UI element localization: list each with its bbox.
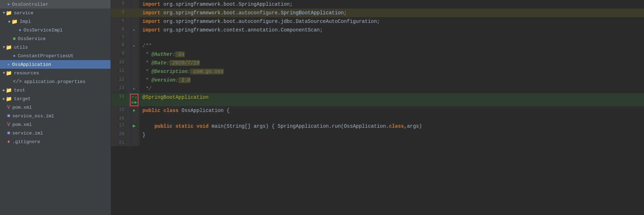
sidebar-item-service-iml[interactable]: ■service.iml [0, 129, 111, 137]
code-line-11: 11 * @Description: com.gs.oss [111, 67, 644, 76]
sidebar-label-service: service [14, 10, 34, 16]
line-number-8: 8 [111, 41, 129, 50]
sidebar-label-oss-service-impl: OssServiceImpl [24, 28, 63, 33]
code-table: 3import org.springframework.boot.SpringA… [111, 0, 644, 146]
folder-arrow-service[interactable]: ▼ [3, 11, 5, 15]
code-line-3: 3import org.springframework.boot.SpringA… [111, 0, 644, 9]
sidebar-label-target: target [14, 96, 31, 102]
file-icon-utils: 📁 [6, 44, 12, 50]
code-line-13: 13▶ */ [111, 84, 644, 93]
gutter-14[interactable]: ➚ ♫ ⚙ ▶ [129, 93, 140, 106]
line-content-7[interactable] [140, 34, 644, 41]
line-number-5: 5 [111, 17, 129, 26]
fold-icon[interactable]: ▶ [133, 87, 135, 91]
line-content-21[interactable] [140, 139, 644, 146]
sidebar-label-resources: resources [14, 70, 39, 76]
sidebar-item-application-properties[interactable]: </>application.properties [0, 77, 111, 86]
line-number-20: 20 [111, 131, 129, 139]
sidebar-item-oss-service[interactable]: ■OssService [0, 34, 111, 43]
line-content-15[interactable]: public class OssApplication { [140, 106, 644, 115]
file-icon-service: 📁 [6, 10, 12, 16]
line-number-16: 16 [111, 115, 129, 122]
fold-icon[interactable]: ▶ [133, 44, 135, 48]
code-editor[interactable]: 3import org.springframework.boot.SpringA… [111, 0, 644, 215]
sidebar-item-gitignore[interactable]: ♦.gitignore [0, 137, 111, 146]
file-icon-pom-xml-1: V [7, 104, 10, 110]
fold-icon[interactable]: ▶ [133, 28, 135, 32]
sidebar-item-oss-application[interactable]: ●OssApplication [0, 60, 111, 69]
project-sidebar[interactable]: ●OssController▼📁service▶📁Impl●OssService… [0, 0, 111, 215]
line-number-13: 13 [111, 84, 129, 93]
folder-arrow-test[interactable]: ▶ [3, 88, 5, 92]
gutter-17[interactable]: ▶ [129, 122, 140, 131]
line-content-4[interactable]: import org.springframework.boot.autoconf… [140, 9, 644, 17]
line-content-13[interactable]: */ [140, 84, 644, 93]
sidebar-item-resources[interactable]: ▼📁resources [0, 69, 111, 77]
sidebar-item-oss-controller[interactable]: ●OssController [0, 0, 111, 9]
file-icon-constant-props: ● [13, 53, 16, 59]
gutter-5 [129, 17, 140, 26]
code-line-16: 16 [111, 115, 644, 122]
line-content-17[interactable]: public static void main(String[] args) {… [140, 122, 644, 131]
folder-arrow-resources[interactable]: ▼ [3, 71, 5, 75]
line-number-11: 11 [111, 67, 129, 76]
line-number-3: 3 [111, 0, 129, 9]
gutter-15[interactable]: ▶ [129, 106, 140, 115]
sidebar-item-pom-xml-2[interactable]: Vpom.xml [0, 120, 111, 129]
file-icon-target: 📁 [6, 96, 12, 102]
gutter-6[interactable]: ▶ [129, 26, 140, 34]
sidebar-label-oss-controller: OssController [12, 2, 48, 7]
code-line-4: 4import org.springframework.boot.autocon… [111, 9, 644, 17]
line-number-15: 15 [111, 106, 129, 115]
code-line-20: 20} [111, 131, 644, 139]
line-content-11[interactable]: * @Description: com.gs.oss [140, 67, 644, 76]
gear-run-icon[interactable]: ⚙ [131, 100, 134, 105]
gutter-12 [129, 76, 140, 84]
folder-arrow-impl[interactable]: ▶ [9, 19, 11, 24]
gutter-8[interactable]: ▶ [129, 41, 140, 50]
sidebar-item-oss-service-impl[interactable]: ●OssServiceImpl [0, 26, 111, 34]
sidebar-item-target[interactable]: ▶📁target [0, 94, 111, 103]
line-content-3[interactable]: import org.springframework.boot.SpringAp… [140, 0, 644, 9]
line-number-21: 21 [111, 139, 129, 146]
run-icon-small[interactable]: ▶ [133, 108, 136, 113]
folder-arrow-utils[interactable]: ▼ [3, 45, 5, 49]
line-content-9[interactable]: * @Auther: Gs [140, 50, 644, 59]
gutter-11 [129, 67, 140, 76]
line-number-7: 7 [111, 34, 129, 41]
code-line-21: 21 [111, 139, 644, 146]
sidebar-item-service[interactable]: ▼📁service [0, 9, 111, 17]
sidebar-item-constant-props[interactable]: ●ConstantPropertiesUt [0, 52, 111, 60]
sidebar-label-service-iml: service.iml [12, 131, 43, 136]
line-number-17: 17 [111, 122, 129, 131]
gutter-13[interactable]: ▶ [129, 84, 140, 93]
sidebar-item-impl[interactable]: ▶📁Impl [0, 17, 111, 26]
gutter-21 [129, 139, 140, 146]
sidebar-item-utils[interactable]: ▼📁utils [0, 43, 111, 52]
folder-arrow-target[interactable]: ▶ [3, 97, 5, 101]
file-icon-oss-service-impl: ● [19, 27, 21, 33]
line-content-10[interactable]: * @Date: 2020/7/19 [140, 59, 644, 67]
line-content-16[interactable] [140, 115, 644, 122]
run-icon[interactable]: ▶ [133, 123, 136, 129]
sidebar-item-pom-xml-1[interactable]: Vpom.xml [0, 103, 111, 112]
gutter-run-box[interactable]: ➚ ♫ ⚙ ▶ [130, 94, 138, 106]
line-content-5[interactable]: import org.springframework.boot.autoconf… [140, 17, 644, 26]
line-content-14[interactable]: @SpringBootApplication [140, 93, 644, 106]
sidebar-label-test: test [14, 88, 25, 93]
play-icon[interactable]: ▶ [135, 99, 137, 105]
line-content-6[interactable]: import org.springframework.context.annot… [140, 26, 644, 34]
file-icon-application-properties: </> [13, 79, 22, 84]
line-content-20[interactable]: } [140, 131, 644, 139]
sidebar-label-oss-application: OssApplication [12, 62, 51, 67]
sidebar-label-application-properties: application.properties [24, 79, 86, 84]
sidebar-item-service-oss-iml[interactable]: ■service_oss.iml [0, 112, 111, 120]
sidebar-label-pom-xml-1: pom.xml [12, 105, 32, 110]
recycle-icon: ➚ [131, 95, 134, 99]
file-icon-gitignore: ♦ [7, 139, 10, 145]
sidebar-item-test[interactable]: ▶📁test [0, 86, 111, 94]
line-content-8[interactable]: /** [140, 41, 644, 50]
code-line-5: 5import org.springframework.boot.autocon… [111, 17, 644, 26]
file-icon-pom-xml-2: V [7, 122, 10, 127]
line-content-12[interactable]: * @version: 1.0 [140, 76, 644, 84]
